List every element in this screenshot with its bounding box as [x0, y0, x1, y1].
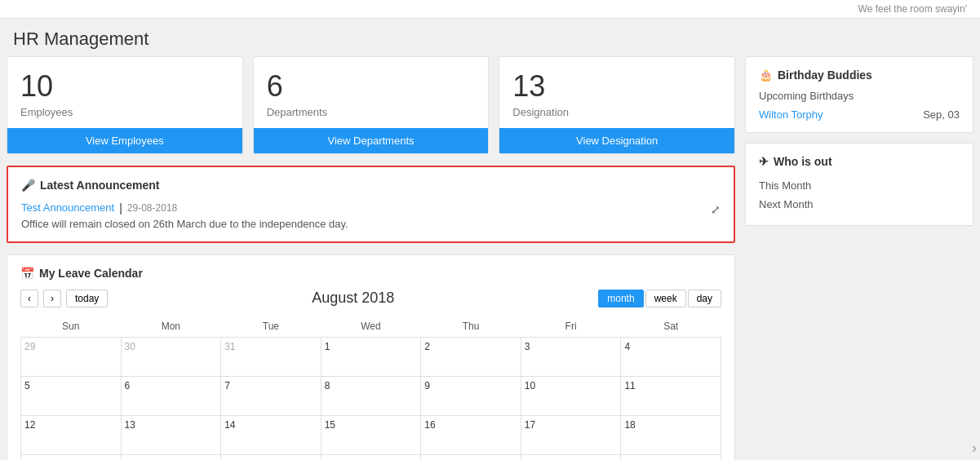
day-header-sun: Sun	[21, 316, 122, 338]
calendar-cell[interactable]: 1	[321, 337, 421, 376]
upcoming-label: Upcoming Birthdays	[759, 90, 960, 102]
calendar-cell[interactable]: 8	[321, 376, 421, 415]
calendar-cell[interactable]: 15	[321, 415, 421, 454]
calendar-nav-left: ‹ › today	[20, 290, 108, 307]
page-title: HR Management	[0, 19, 980, 56]
calendar-cell[interactable]: 19	[21, 454, 122, 460]
calendar-cell[interactable]: 10	[521, 376, 621, 415]
calendar-prev-button[interactable]: ‹	[20, 290, 38, 307]
announcement-box: 🎤 Latest Announcement Test Announcement …	[7, 166, 735, 243]
calendar-view-buttons: month week day	[598, 290, 721, 307]
announcement-body: Office will remain closed on 26th March …	[21, 218, 348, 230]
calendar-box: 📅 My Leave Calendar ‹ › today August 201…	[7, 254, 735, 460]
calendar-cell[interactable]: 5	[21, 376, 122, 415]
calendar-cell[interactable]: 6	[121, 376, 221, 415]
view-day-button[interactable]: day	[688, 290, 721, 307]
calendar-today-button[interactable]: today	[66, 290, 108, 307]
tagline: We feel the room swayin'	[858, 3, 967, 15]
this-month-link[interactable]: This Month	[759, 176, 960, 195]
left-content: 10 Employees View Employees 6 Department…	[7, 56, 745, 460]
calendar-cell[interactable]: 3	[521, 337, 621, 376]
calendar-section-title: 📅 My Leave Calendar	[20, 267, 721, 280]
announcement-item: Test Announcement | 29-08-2018 Office wi…	[21, 201, 721, 230]
day-header-fri: Fri	[521, 316, 621, 338]
next-month-link[interactable]: Next Month	[759, 195, 960, 214]
departments-card: 6 Departments View Departments	[253, 56, 490, 154]
departments-count: 6	[267, 70, 476, 103]
birthday-buddies-title: 🎂 Birthday Buddies	[759, 69, 960, 82]
top-bar: We feel the room swayin'	[0, 0, 980, 19]
view-week-button[interactable]: week	[645, 290, 686, 307]
employees-card-body: 10 Employees	[7, 57, 242, 128]
arrow-icon: ✈	[759, 155, 769, 168]
calendar-cell[interactable]: 14	[221, 415, 321, 454]
stat-cards: 10 Employees View Employees 6 Department…	[7, 56, 735, 154]
mic-icon: 🎤	[21, 179, 35, 192]
designation-card-body: 13 Designation	[499, 57, 734, 128]
calendar-cell[interactable]: 21	[221, 454, 321, 460]
view-designation-button[interactable]: View Designation	[499, 128, 734, 153]
right-sidebar: 🎂 Birthday Buddies Upcoming Birthdays Wi…	[745, 56, 973, 460]
expand-icon[interactable]: ⤢	[711, 203, 721, 216]
announcement-title: 🎤 Latest Announcement	[21, 179, 721, 192]
calendar-cell[interactable]: 18	[621, 415, 721, 454]
employees-card: 10 Employees View Employees	[7, 56, 243, 154]
employees-count: 10	[20, 70, 229, 103]
calendar-cell[interactable]: 25	[621, 454, 721, 460]
calendar-cell[interactable]: 20	[121, 454, 221, 460]
who-is-out-title: ✈ Who is out	[759, 155, 960, 168]
calendar-cell[interactable]: 30	[121, 337, 221, 376]
birthday-buddies-card: 🎂 Birthday Buddies Upcoming Birthdays Wi…	[745, 56, 973, 133]
calendar-cell[interactable]: 7	[221, 376, 321, 415]
day-header-tue: Tue	[221, 316, 321, 338]
calendar-nav: ‹ › today August 2018 month week day	[20, 290, 721, 307]
birthday-date: Sep, 03	[923, 108, 960, 121]
designation-label: Designation	[512, 106, 721, 118]
calendar-cell[interactable]: 11	[621, 376, 721, 415]
birthday-link[interactable]: Wilton Torphy	[759, 108, 823, 121]
calendar-cell[interactable]: 16	[421, 415, 521, 454]
main-layout: 10 Employees View Employees 6 Department…	[0, 56, 980, 460]
announcement-item-header: Test Announcement | 29-08-2018	[21, 201, 348, 215]
view-month-button[interactable]: month	[598, 290, 643, 307]
employees-label: Employees	[20, 106, 229, 118]
departments-label: Departments	[267, 106, 476, 118]
calendar-cell[interactable]: 4	[621, 337, 721, 376]
calendar-grid: Sun Mon Tue Wed Thu Fri Sat 293031123456…	[20, 316, 721, 460]
scroll-hint: ›	[969, 436, 980, 460]
calendar-next-button[interactable]: ›	[43, 290, 61, 307]
calendar-cell[interactable]: 17	[521, 415, 621, 454]
designation-count: 13	[512, 70, 721, 103]
birthday-item: Wilton Torphy Sep, 03	[759, 108, 960, 121]
calendar-cell[interactable]: 2	[421, 337, 521, 376]
calendar-cell[interactable]: 9	[421, 376, 521, 415]
day-header-mon: Mon	[121, 316, 221, 338]
calendar-cell[interactable]: 29	[21, 337, 122, 376]
designation-card: 13 Designation View Designation	[499, 56, 735, 154]
calendar-cell[interactable]: 22	[321, 454, 421, 460]
announcement-separator: |	[119, 201, 122, 215]
day-header-thu: Thu	[421, 316, 521, 338]
birthday-icon: 🎂	[759, 69, 773, 82]
announcement-item-content: Test Announcement | 29-08-2018 Office wi…	[21, 201, 348, 230]
calendar-month-label: August 2018	[312, 290, 394, 307]
calendar-cell[interactable]: 23	[421, 454, 521, 460]
departments-card-body: 6 Departments	[254, 57, 489, 128]
view-employees-button[interactable]: View Employees	[7, 128, 242, 153]
calendar-cell[interactable]: 13	[121, 415, 221, 454]
who-is-out-card: ✈ Who is out This Month Next Month	[745, 143, 973, 226]
calendar-icon: 📅	[20, 267, 34, 280]
view-departments-button[interactable]: View Departments	[254, 128, 489, 153]
calendar-cell[interactable]: 24	[521, 454, 621, 460]
announcement-date: 29-08-2018	[127, 202, 177, 214]
day-header-wed: Wed	[321, 316, 421, 338]
calendar-cell[interactable]: 12	[21, 415, 122, 454]
day-header-sat: Sat	[621, 316, 721, 338]
announcement-link[interactable]: Test Announcement	[21, 201, 114, 214]
calendar-cell[interactable]: 31	[221, 337, 321, 376]
